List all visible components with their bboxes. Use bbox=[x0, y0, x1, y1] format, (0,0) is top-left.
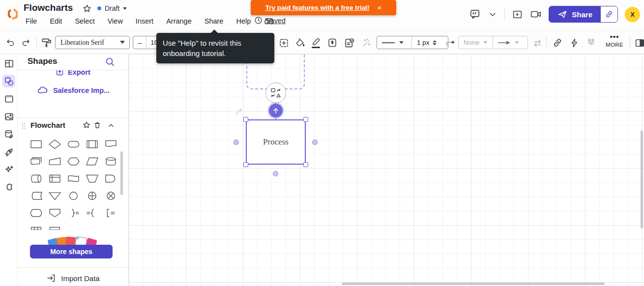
menu-edit[interactable]: Edit bbox=[50, 17, 62, 25]
search-icon[interactable] bbox=[105, 57, 116, 67]
library-item-salesforce[interactable]: Salesforce Imp... bbox=[18, 86, 128, 95]
process-shape[interactable]: Process bbox=[246, 119, 306, 165]
line-color-button[interactable] bbox=[310, 36, 322, 49]
shape-paper-tape[interactable] bbox=[64, 170, 83, 187]
shape-or[interactable] bbox=[83, 187, 101, 204]
shape-display[interactable] bbox=[27, 204, 45, 222]
shape-table[interactable] bbox=[27, 222, 45, 230]
drag-handle-icon[interactable] bbox=[22, 122, 26, 129]
shape-multiple-documents[interactable] bbox=[27, 153, 45, 170]
chevron-down-icon[interactable] bbox=[488, 9, 498, 19]
undo-button[interactable] bbox=[4, 36, 17, 49]
magic-style-button[interactable] bbox=[359, 36, 372, 49]
shape-connector[interactable] bbox=[64, 187, 83, 204]
font-family-select[interactable]: Liberation Serif bbox=[55, 36, 130, 49]
fill-color-button[interactable] bbox=[293, 36, 306, 49]
doc-state-dropdown[interactable]: Draft bbox=[97, 4, 127, 12]
present-icon[interactable] bbox=[512, 9, 523, 20]
marketing-panel-button[interactable] bbox=[2, 145, 15, 158]
lucid-logo-icon[interactable] bbox=[6, 7, 20, 21]
line-end-select[interactable] bbox=[493, 40, 527, 45]
import-data-button[interactable]: Import Data bbox=[18, 273, 128, 283]
line-shape-button[interactable] bbox=[444, 36, 457, 49]
shapes-panel-button[interactable] bbox=[2, 75, 15, 87]
shape-decision[interactable] bbox=[45, 136, 64, 153]
canvas-horizontal-scrollbar[interactable] bbox=[342, 283, 605, 285]
shape-summing-junction[interactable] bbox=[101, 187, 120, 204]
ai-sparkle-panel-button[interactable] bbox=[2, 163, 15, 176]
format-painter-button[interactable] bbox=[40, 36, 53, 49]
menu-file[interactable]: File bbox=[26, 17, 37, 25]
menu-select[interactable]: Select bbox=[75, 17, 94, 25]
banner-close-icon[interactable]: × bbox=[377, 4, 381, 11]
shape-delay[interactable] bbox=[101, 170, 120, 187]
shape-bracket-note[interactable] bbox=[101, 204, 120, 222]
comments-icon[interactable] bbox=[469, 8, 481, 20]
document-title[interactable]: Flowcharts bbox=[24, 2, 73, 13]
flowchart-section-header[interactable]: Flowchart bbox=[18, 120, 128, 132]
shape-internal-storage[interactable] bbox=[45, 170, 64, 187]
shape-process[interactable] bbox=[27, 136, 45, 153]
stepper-arrows-icon[interactable] bbox=[433, 40, 437, 45]
favorite-star-icon[interactable] bbox=[82, 4, 92, 14]
shape-manual-operation[interactable] bbox=[83, 170, 101, 187]
swap-direction-button[interactable] bbox=[531, 36, 544, 49]
shape-brace-note-left[interactable] bbox=[83, 204, 101, 222]
trial-banner-link[interactable]: Try paid features with a free trial! bbox=[265, 4, 370, 11]
shape-off-page-connector[interactable] bbox=[45, 204, 64, 222]
mockups-panel-button[interactable] bbox=[2, 92, 15, 105]
trash-icon[interactable] bbox=[93, 121, 102, 130]
shape-merge[interactable] bbox=[45, 187, 64, 204]
menu-insert[interactable]: Insert bbox=[136, 17, 153, 25]
shape-database[interactable] bbox=[101, 153, 120, 170]
images-panel-button[interactable] bbox=[2, 110, 15, 123]
connection-point-left[interactable] bbox=[234, 140, 239, 145]
resize-handle-sw[interactable] bbox=[243, 162, 248, 167]
line-start-select[interactable]: None bbox=[459, 39, 493, 46]
menu-share[interactable]: Share bbox=[205, 17, 224, 25]
shape-manual-input[interactable] bbox=[45, 153, 64, 170]
add-shape-up-button[interactable] bbox=[269, 104, 283, 117]
copy-link-button[interactable] bbox=[601, 6, 617, 22]
user-avatar[interactable]: X bbox=[625, 7, 640, 22]
plugins-panel-button[interactable] bbox=[2, 181, 15, 194]
more-shapes-button[interactable]: More shapes bbox=[30, 245, 113, 258]
favorite-star-icon[interactable] bbox=[82, 121, 91, 130]
actions-button[interactable] bbox=[568, 36, 581, 49]
shape-direct-access-storage[interactable] bbox=[27, 170, 45, 187]
shadow-button[interactable] bbox=[326, 36, 339, 49]
connection-point-right[interactable] bbox=[312, 140, 318, 145]
shape-document[interactable] bbox=[101, 136, 120, 153]
save-status[interactable]: Saved bbox=[254, 16, 286, 25]
resize-handle-se[interactable] bbox=[303, 162, 308, 167]
data-linking-panel-button[interactable] bbox=[2, 128, 15, 141]
canvas[interactable]: Process bbox=[129, 54, 644, 286]
menu-arrange[interactable]: Arrange bbox=[166, 17, 192, 25]
shape-stored-data[interactable] bbox=[27, 187, 45, 204]
menu-help[interactable]: Help bbox=[236, 17, 251, 25]
shape-predefined-process[interactable] bbox=[83, 136, 101, 153]
line-weight-stepper[interactable]: 1 px bbox=[412, 39, 441, 46]
frames-panel-button[interactable] bbox=[2, 57, 15, 70]
canvas-vertical-scrollbar[interactable] bbox=[641, 130, 643, 229]
connection-point-bottom[interactable] bbox=[273, 171, 278, 176]
theme-button[interactable] bbox=[343, 36, 355, 49]
redo-button[interactable] bbox=[20, 36, 32, 49]
snap-target-button[interactable] bbox=[277, 36, 290, 49]
font-size-decrease[interactable]: – bbox=[133, 38, 146, 47]
right-panel-toggle[interactable] bbox=[633, 36, 644, 49]
video-camera-icon[interactable] bbox=[530, 8, 542, 20]
rotate-handle-icon[interactable] bbox=[235, 107, 246, 118]
change-shape-button[interactable] bbox=[265, 83, 286, 103]
shape-preparation[interactable] bbox=[64, 153, 83, 170]
shape-table-header[interactable] bbox=[45, 222, 64, 230]
shape-data[interactable] bbox=[83, 153, 101, 170]
magnetize-button[interactable] bbox=[585, 36, 597, 49]
menu-view[interactable]: View bbox=[108, 17, 123, 25]
resize-handle-ne[interactable] bbox=[303, 117, 308, 122]
chevron-up-icon[interactable] bbox=[107, 121, 116, 130]
panel-scrollbar[interactable] bbox=[120, 151, 123, 195]
hyperlink-button[interactable] bbox=[551, 36, 564, 49]
resize-handle-nw[interactable] bbox=[243, 117, 248, 122]
shape-terminator[interactable] bbox=[64, 136, 83, 153]
